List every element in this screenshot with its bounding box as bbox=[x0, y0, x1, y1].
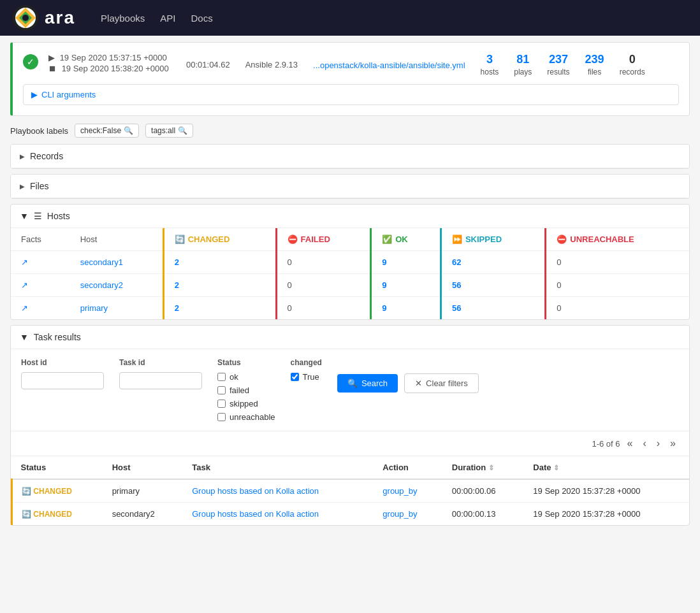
check-changed-true[interactable]: True bbox=[291, 372, 322, 382]
records-count[interactable]: 0 bbox=[629, 53, 636, 66]
files-label: Files bbox=[30, 181, 49, 191]
task-results-header[interactable]: ▼ Task results bbox=[11, 326, 689, 349]
pagination-text: 1-6 of 6 bbox=[592, 439, 620, 449]
changed-num[interactable]: 2 bbox=[175, 257, 179, 267]
pagination-row: 1-6 of 6 « ‹ › » bbox=[11, 431, 689, 456]
label-tags-all-remove[interactable]: 🔍 bbox=[178, 126, 187, 135]
nav-playbooks[interactable]: Playbooks bbox=[101, 13, 145, 24]
first-page-button[interactable]: « bbox=[624, 436, 636, 451]
col-task: Task bbox=[183, 456, 374, 479]
changed-num[interactable]: 2 bbox=[175, 280, 179, 290]
nav-docs[interactable]: Docs bbox=[191, 13, 212, 24]
check-skipped[interactable]: skipped bbox=[217, 399, 275, 408]
label-check-false[interactable]: check:False 🔍 bbox=[75, 124, 139, 138]
hosts-header[interactable]: ▼ ☰ Hosts bbox=[11, 205, 689, 228]
facts-link[interactable]: ↗ bbox=[21, 303, 28, 313]
host-link[interactable]: secondary1 bbox=[80, 257, 123, 267]
results-count[interactable]: 237 bbox=[549, 53, 568, 66]
checkbox-failed[interactable] bbox=[217, 386, 226, 394]
unreachable-num: 0 bbox=[557, 257, 561, 267]
host-link[interactable]: primary bbox=[80, 303, 108, 313]
playbook-card: ✓ ▶ 19 Sep 2020 15:37:15 +0000 ⏹ 19 Sep … bbox=[10, 42, 690, 116]
facts-cell[interactable]: ↗ bbox=[11, 297, 70, 320]
col-date: Date ⇕ bbox=[524, 456, 689, 479]
check-ok[interactable]: ok bbox=[217, 372, 275, 382]
files-panel: ▶ Files bbox=[10, 174, 690, 199]
hosts-count[interactable]: 3 bbox=[486, 53, 493, 66]
facts-link[interactable]: ↗ bbox=[21, 257, 28, 267]
nav-api[interactable]: API bbox=[160, 13, 175, 24]
host-id-input[interactable] bbox=[21, 372, 104, 389]
action-link[interactable]: group_by bbox=[383, 509, 417, 519]
clear-filters-button[interactable]: ✕ Clear filters bbox=[404, 373, 479, 393]
plays-count[interactable]: 81 bbox=[516, 53, 529, 66]
check-unreachable[interactable]: unreachable bbox=[217, 412, 275, 422]
ok-num[interactable]: 9 bbox=[382, 257, 386, 267]
hosts-label: Hosts bbox=[47, 211, 70, 221]
ara-logo bbox=[13, 5, 38, 31]
nav-links: Playbooks API Docs bbox=[101, 13, 213, 24]
checkbox-changed-true[interactable] bbox=[291, 373, 299, 381]
unreachable-cell: 0 bbox=[546, 251, 689, 274]
main-content: ✓ ▶ 19 Sep 2020 15:37:15 +0000 ⏹ 19 Sep … bbox=[0, 36, 700, 537]
result-host-cell: secondary2 bbox=[103, 503, 184, 526]
files-header[interactable]: ▶ Files bbox=[11, 175, 689, 198]
changed-badge: 🔄 CHANGED bbox=[22, 487, 94, 496]
facts-cell[interactable]: ↗ bbox=[11, 251, 70, 274]
changed-num[interactable]: 2 bbox=[175, 303, 179, 313]
result-date-cell: 19 Sep 2020 15:37:28 +0000 bbox=[524, 479, 689, 503]
playbook-path[interactable]: ...openstack/kolla-ansible/ansible/site.… bbox=[313, 60, 465, 70]
unreachable-cell: 0 bbox=[546, 274, 689, 297]
skipped-num[interactable]: 56 bbox=[452, 280, 461, 290]
col-duration: Duration ⇕ bbox=[443, 456, 525, 479]
host-row: ↗ secondary1 2 0 9 62 0 bbox=[11, 251, 689, 274]
result-action-cell: group_by bbox=[374, 479, 442, 503]
cli-args-toggle[interactable]: ▶ CLI arguments bbox=[24, 85, 678, 105]
skipped-num[interactable]: 56 bbox=[452, 303, 461, 313]
task-link[interactable]: Group hosts based on Kolla action bbox=[192, 486, 319, 496]
labels-header: Playbook labels bbox=[10, 126, 68, 136]
cli-args-panel[interactable]: ▶ CLI arguments bbox=[23, 84, 679, 105]
checkbox-ok[interactable] bbox=[217, 373, 226, 381]
ok-num[interactable]: 9 bbox=[382, 280, 386, 290]
stat-files: 239 files bbox=[585, 53, 604, 76]
filters-row: Host id Task id Status ok failed bbox=[11, 349, 689, 431]
checkbox-skipped[interactable] bbox=[217, 400, 226, 408]
search-icon: 🔍 bbox=[347, 379, 358, 388]
stat-plays: 81 plays bbox=[514, 53, 532, 76]
result-duration-cell: 00:00:00.06 bbox=[443, 479, 525, 503]
duration-sort-icon[interactable]: ⇕ bbox=[488, 464, 494, 472]
changed-cell: 2 bbox=[163, 274, 276, 297]
playbook-times: ▶ 19 Sep 2020 15:37:15 +0000 ⏹ 19 Sep 20… bbox=[48, 53, 176, 73]
stat-records: 0 records bbox=[620, 53, 645, 76]
label-tags-all[interactable]: tags:all 🔍 bbox=[145, 124, 193, 138]
facts-cell[interactable]: ↗ bbox=[11, 274, 70, 297]
label-check-false-remove[interactable]: 🔍 bbox=[124, 126, 133, 135]
last-page-button[interactable]: » bbox=[667, 436, 679, 451]
changed-filter-label: changed bbox=[291, 358, 322, 367]
action-link[interactable]: group_by bbox=[383, 486, 417, 496]
search-button[interactable]: 🔍 Search bbox=[337, 374, 398, 393]
host-row: ↗ secondary2 2 0 9 56 0 bbox=[11, 274, 689, 297]
date-sort-icon[interactable]: ⇕ bbox=[553, 464, 559, 472]
checkbox-unreachable[interactable] bbox=[217, 413, 226, 421]
records-header[interactable]: ▶ Records bbox=[11, 145, 689, 168]
check-failed[interactable]: failed bbox=[217, 386, 275, 395]
hosts-icon: ☰ bbox=[34, 211, 42, 221]
task-link[interactable]: Group hosts based on Kolla action bbox=[192, 509, 319, 519]
records-label: records bbox=[620, 68, 645, 76]
skipped-num[interactable]: 62 bbox=[452, 257, 461, 267]
col-status: Status bbox=[12, 456, 103, 479]
records-chevron: ▶ bbox=[20, 153, 25, 160]
skipped-cell: 62 bbox=[441, 251, 545, 274]
prev-page-button[interactable]: ‹ bbox=[639, 436, 649, 451]
host-link[interactable]: secondary2 bbox=[80, 280, 123, 290]
ok-num[interactable]: 9 bbox=[382, 303, 386, 313]
task-id-input[interactable] bbox=[119, 372, 202, 389]
skipped-cell: 56 bbox=[441, 297, 545, 320]
files-count[interactable]: 239 bbox=[585, 53, 604, 66]
next-page-button[interactable]: › bbox=[653, 436, 663, 451]
duration: 00:01:04.62 bbox=[186, 60, 230, 69]
result-date-cell: 19 Sep 2020 15:37:28 +0000 bbox=[524, 503, 689, 526]
facts-link[interactable]: ↗ bbox=[21, 280, 28, 290]
